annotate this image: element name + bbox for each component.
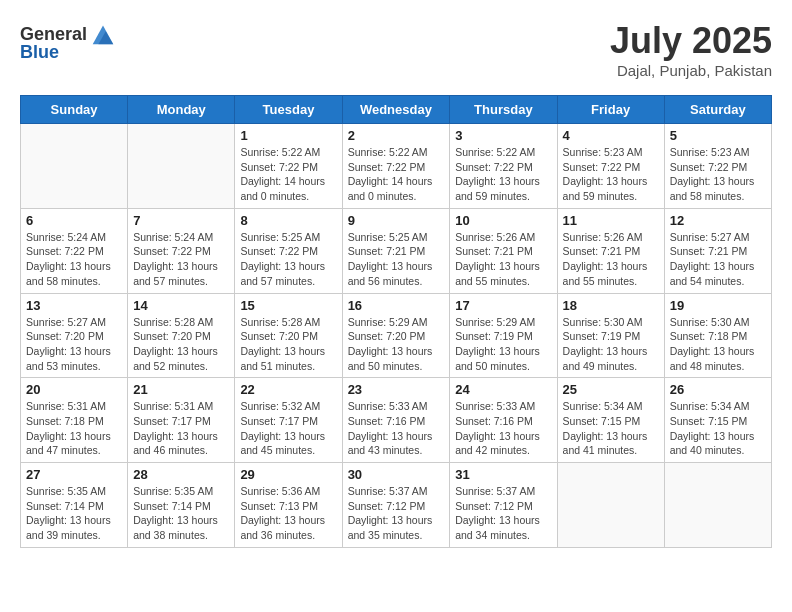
sunrise-text: Sunrise: 5:23 AM	[670, 145, 766, 160]
calendar-cell: 25Sunrise: 5:34 AMSunset: 7:15 PMDayligh…	[557, 378, 664, 463]
daylight-text: Daylight: 13 hours and 35 minutes.	[348, 513, 445, 542]
day-number: 31	[455, 467, 551, 482]
daylight-text: Daylight: 13 hours and 45 minutes.	[240, 429, 336, 458]
calendar-cell	[21, 124, 128, 209]
day-info: Sunrise: 5:23 AMSunset: 7:22 PMDaylight:…	[670, 145, 766, 204]
daylight-text: Daylight: 13 hours and 47 minutes.	[26, 429, 122, 458]
daylight-text: Daylight: 14 hours and 0 minutes.	[348, 174, 445, 203]
sunset-text: Sunset: 7:19 PM	[563, 329, 659, 344]
day-number: 21	[133, 382, 229, 397]
calendar-header-wednesday: Wednesday	[342, 96, 450, 124]
day-info: Sunrise: 5:32 AMSunset: 7:17 PMDaylight:…	[240, 399, 336, 458]
sunrise-text: Sunrise: 5:35 AM	[133, 484, 229, 499]
sunrise-text: Sunrise: 5:33 AM	[455, 399, 551, 414]
calendar-cell: 30Sunrise: 5:37 AMSunset: 7:12 PMDayligh…	[342, 463, 450, 548]
daylight-text: Daylight: 13 hours and 36 minutes.	[240, 513, 336, 542]
sunrise-text: Sunrise: 5:24 AM	[133, 230, 229, 245]
sunset-text: Sunset: 7:12 PM	[455, 499, 551, 514]
calendar-cell: 19Sunrise: 5:30 AMSunset: 7:18 PMDayligh…	[664, 293, 771, 378]
sunset-text: Sunset: 7:13 PM	[240, 499, 336, 514]
day-info: Sunrise: 5:37 AMSunset: 7:12 PMDaylight:…	[455, 484, 551, 543]
sunrise-text: Sunrise: 5:24 AM	[26, 230, 122, 245]
daylight-text: Daylight: 13 hours and 43 minutes.	[348, 429, 445, 458]
calendar-cell	[557, 463, 664, 548]
calendar-cell: 23Sunrise: 5:33 AMSunset: 7:16 PMDayligh…	[342, 378, 450, 463]
day-number: 23	[348, 382, 445, 397]
day-number: 24	[455, 382, 551, 397]
day-info: Sunrise: 5:28 AMSunset: 7:20 PMDaylight:…	[240, 315, 336, 374]
calendar-cell: 20Sunrise: 5:31 AMSunset: 7:18 PMDayligh…	[21, 378, 128, 463]
sunset-text: Sunset: 7:22 PM	[240, 160, 336, 175]
daylight-text: Daylight: 13 hours and 54 minutes.	[670, 259, 766, 288]
day-number: 3	[455, 128, 551, 143]
logo: General Blue	[20, 20, 117, 63]
day-info: Sunrise: 5:25 AMSunset: 7:22 PMDaylight:…	[240, 230, 336, 289]
day-info: Sunrise: 5:31 AMSunset: 7:17 PMDaylight:…	[133, 399, 229, 458]
day-number: 10	[455, 213, 551, 228]
sunset-text: Sunset: 7:20 PM	[348, 329, 445, 344]
sunset-text: Sunset: 7:22 PM	[455, 160, 551, 175]
calendar-header-thursday: Thursday	[450, 96, 557, 124]
title-area: July 2025 Dajal, Punjab, Pakistan	[610, 20, 772, 79]
calendar-header-monday: Monday	[128, 96, 235, 124]
sunrise-text: Sunrise: 5:35 AM	[26, 484, 122, 499]
day-info: Sunrise: 5:33 AMSunset: 7:16 PMDaylight:…	[348, 399, 445, 458]
calendar-cell: 10Sunrise: 5:26 AMSunset: 7:21 PMDayligh…	[450, 208, 557, 293]
sunrise-text: Sunrise: 5:22 AM	[348, 145, 445, 160]
sunrise-text: Sunrise: 5:34 AM	[670, 399, 766, 414]
sunrise-text: Sunrise: 5:29 AM	[455, 315, 551, 330]
sunrise-text: Sunrise: 5:26 AM	[563, 230, 659, 245]
sunrise-text: Sunrise: 5:25 AM	[348, 230, 445, 245]
day-info: Sunrise: 5:22 AMSunset: 7:22 PMDaylight:…	[240, 145, 336, 204]
day-info: Sunrise: 5:29 AMSunset: 7:19 PMDaylight:…	[455, 315, 551, 374]
sunrise-text: Sunrise: 5:37 AM	[455, 484, 551, 499]
calendar-header-row: SundayMondayTuesdayWednesdayThursdayFrid…	[21, 96, 772, 124]
daylight-text: Daylight: 13 hours and 50 minutes.	[455, 344, 551, 373]
day-number: 28	[133, 467, 229, 482]
calendar-cell: 18Sunrise: 5:30 AMSunset: 7:19 PMDayligh…	[557, 293, 664, 378]
calendar-cell: 11Sunrise: 5:26 AMSunset: 7:21 PMDayligh…	[557, 208, 664, 293]
logo-icon	[89, 20, 117, 48]
calendar-header-saturday: Saturday	[664, 96, 771, 124]
sunset-text: Sunset: 7:22 PM	[240, 244, 336, 259]
daylight-text: Daylight: 13 hours and 55 minutes.	[455, 259, 551, 288]
day-number: 11	[563, 213, 659, 228]
day-number: 29	[240, 467, 336, 482]
calendar-cell: 17Sunrise: 5:29 AMSunset: 7:19 PMDayligh…	[450, 293, 557, 378]
day-number: 7	[133, 213, 229, 228]
calendar-cell: 22Sunrise: 5:32 AMSunset: 7:17 PMDayligh…	[235, 378, 342, 463]
sunset-text: Sunset: 7:17 PM	[133, 414, 229, 429]
day-number: 22	[240, 382, 336, 397]
day-info: Sunrise: 5:26 AMSunset: 7:21 PMDaylight:…	[455, 230, 551, 289]
sunrise-text: Sunrise: 5:32 AM	[240, 399, 336, 414]
day-number: 16	[348, 298, 445, 313]
sunset-text: Sunset: 7:16 PM	[455, 414, 551, 429]
location-title: Dajal, Punjab, Pakistan	[610, 62, 772, 79]
sunrise-text: Sunrise: 5:22 AM	[240, 145, 336, 160]
calendar-week-row: 20Sunrise: 5:31 AMSunset: 7:18 PMDayligh…	[21, 378, 772, 463]
logo-blue-text: Blue	[20, 42, 59, 63]
calendar-cell: 7Sunrise: 5:24 AMSunset: 7:22 PMDaylight…	[128, 208, 235, 293]
day-info: Sunrise: 5:30 AMSunset: 7:19 PMDaylight:…	[563, 315, 659, 374]
sunrise-text: Sunrise: 5:23 AM	[563, 145, 659, 160]
sunset-text: Sunset: 7:20 PM	[133, 329, 229, 344]
calendar-cell	[664, 463, 771, 548]
sunrise-text: Sunrise: 5:29 AM	[348, 315, 445, 330]
sunset-text: Sunset: 7:22 PM	[133, 244, 229, 259]
day-info: Sunrise: 5:25 AMSunset: 7:21 PMDaylight:…	[348, 230, 445, 289]
sunset-text: Sunset: 7:18 PM	[670, 329, 766, 344]
sunset-text: Sunset: 7:20 PM	[26, 329, 122, 344]
sunrise-text: Sunrise: 5:25 AM	[240, 230, 336, 245]
calendar-cell: 27Sunrise: 5:35 AMSunset: 7:14 PMDayligh…	[21, 463, 128, 548]
sunset-text: Sunset: 7:21 PM	[455, 244, 551, 259]
day-info: Sunrise: 5:30 AMSunset: 7:18 PMDaylight:…	[670, 315, 766, 374]
day-number: 26	[670, 382, 766, 397]
calendar-week-row: 1Sunrise: 5:22 AMSunset: 7:22 PMDaylight…	[21, 124, 772, 209]
page-header: General Blue July 2025 Dajal, Punjab, Pa…	[20, 20, 772, 79]
sunset-text: Sunset: 7:15 PM	[670, 414, 766, 429]
day-number: 14	[133, 298, 229, 313]
sunrise-text: Sunrise: 5:31 AM	[133, 399, 229, 414]
day-info: Sunrise: 5:35 AMSunset: 7:14 PMDaylight:…	[26, 484, 122, 543]
sunrise-text: Sunrise: 5:33 AM	[348, 399, 445, 414]
day-info: Sunrise: 5:37 AMSunset: 7:12 PMDaylight:…	[348, 484, 445, 543]
